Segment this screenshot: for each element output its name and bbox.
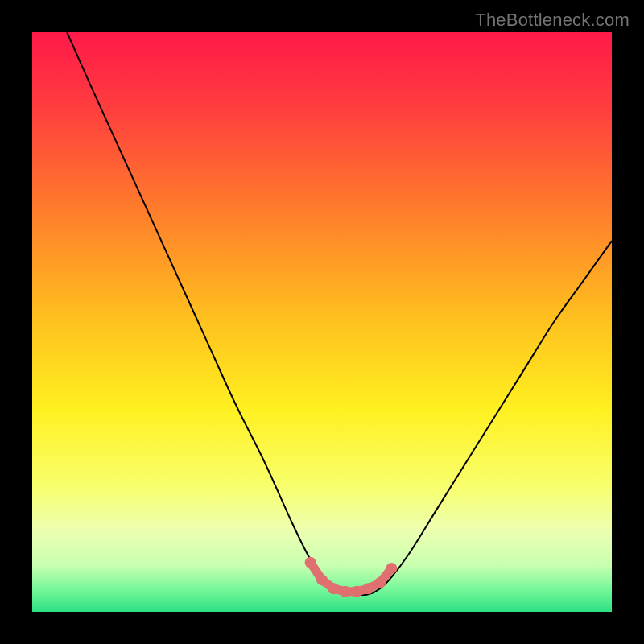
marker-dot (328, 583, 339, 594)
curve-layer (32, 32, 612, 612)
marker-dot (351, 586, 362, 597)
bottleneck-curve (67, 32, 612, 595)
marker-dot (316, 574, 328, 585)
marker-dot (305, 557, 316, 568)
chart-frame: TheBottleneck.com (0, 0, 644, 644)
plot-area (32, 32, 612, 612)
marker-dot (363, 583, 374, 594)
bottom-cluster-markers (305, 557, 398, 597)
marker-dot (386, 563, 397, 574)
marker-dot (340, 586, 351, 597)
marker-dot (374, 577, 386, 588)
watermark-label: TheBottleneck.com (475, 10, 630, 31)
